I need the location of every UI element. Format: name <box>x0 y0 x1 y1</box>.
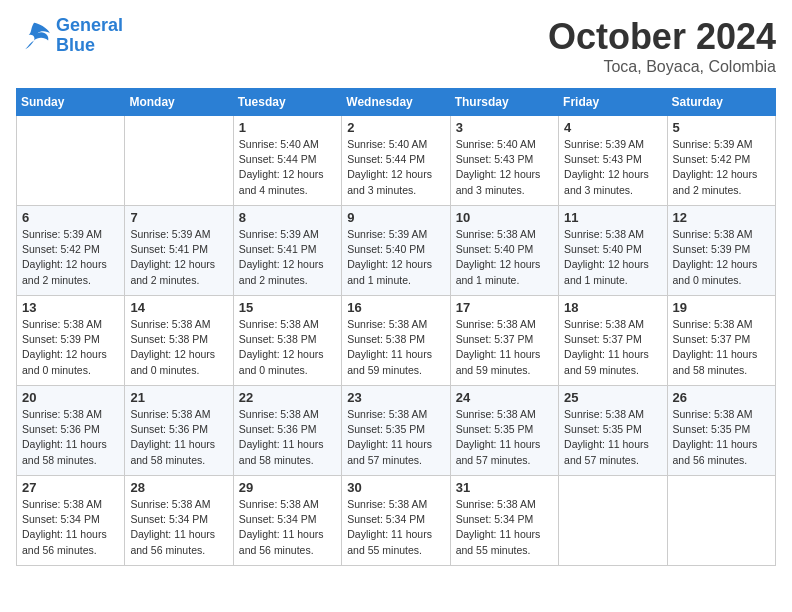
logo-icon <box>16 21 52 51</box>
calendar-cell: 22Sunrise: 5:38 AMSunset: 5:36 PMDayligh… <box>233 386 341 476</box>
calendar-week-row: 1Sunrise: 5:40 AMSunset: 5:44 PMDaylight… <box>17 116 776 206</box>
day-info: Sunrise: 5:38 AMSunset: 5:35 PMDaylight:… <box>564 407 661 468</box>
page-header: General Blue October 2024 Toca, Boyaca, … <box>16 16 776 76</box>
calendar-cell: 30Sunrise: 5:38 AMSunset: 5:34 PMDayligh… <box>342 476 450 566</box>
calendar-cell: 21Sunrise: 5:38 AMSunset: 5:36 PMDayligh… <box>125 386 233 476</box>
day-number: 27 <box>22 480 119 495</box>
day-info: Sunrise: 5:38 AMSunset: 5:39 PMDaylight:… <box>22 317 119 378</box>
day-info: Sunrise: 5:39 AMSunset: 5:43 PMDaylight:… <box>564 137 661 198</box>
day-info: Sunrise: 5:39 AMSunset: 5:42 PMDaylight:… <box>22 227 119 288</box>
day-info: Sunrise: 5:38 AMSunset: 5:34 PMDaylight:… <box>130 497 227 558</box>
calendar-cell: 11Sunrise: 5:38 AMSunset: 5:40 PMDayligh… <box>559 206 667 296</box>
day-info: Sunrise: 5:38 AMSunset: 5:36 PMDaylight:… <box>22 407 119 468</box>
logo-text: General Blue <box>56 16 123 56</box>
day-info: Sunrise: 5:38 AMSunset: 5:34 PMDaylight:… <box>456 497 553 558</box>
day-number: 11 <box>564 210 661 225</box>
day-number: 21 <box>130 390 227 405</box>
day-number: 17 <box>456 300 553 315</box>
day-number: 13 <box>22 300 119 315</box>
day-number: 10 <box>456 210 553 225</box>
logo: General Blue <box>16 16 123 56</box>
calendar-cell: 29Sunrise: 5:38 AMSunset: 5:34 PMDayligh… <box>233 476 341 566</box>
day-number: 23 <box>347 390 444 405</box>
day-info: Sunrise: 5:39 AMSunset: 5:41 PMDaylight:… <box>130 227 227 288</box>
calendar-cell: 13Sunrise: 5:38 AMSunset: 5:39 PMDayligh… <box>17 296 125 386</box>
day-number: 1 <box>239 120 336 135</box>
calendar-cell: 28Sunrise: 5:38 AMSunset: 5:34 PMDayligh… <box>125 476 233 566</box>
day-number: 29 <box>239 480 336 495</box>
day-info: Sunrise: 5:38 AMSunset: 5:38 PMDaylight:… <box>239 317 336 378</box>
day-number: 8 <box>239 210 336 225</box>
day-info: Sunrise: 5:39 AMSunset: 5:42 PMDaylight:… <box>673 137 770 198</box>
calendar-week-row: 27Sunrise: 5:38 AMSunset: 5:34 PMDayligh… <box>17 476 776 566</box>
day-number: 30 <box>347 480 444 495</box>
day-info: Sunrise: 5:40 AMSunset: 5:43 PMDaylight:… <box>456 137 553 198</box>
calendar-cell: 27Sunrise: 5:38 AMSunset: 5:34 PMDayligh… <box>17 476 125 566</box>
weekday-header: Tuesday <box>233 89 341 116</box>
calendar-cell: 23Sunrise: 5:38 AMSunset: 5:35 PMDayligh… <box>342 386 450 476</box>
calendar-cell: 9Sunrise: 5:39 AMSunset: 5:40 PMDaylight… <box>342 206 450 296</box>
calendar-cell: 12Sunrise: 5:38 AMSunset: 5:39 PMDayligh… <box>667 206 775 296</box>
calendar-cell: 6Sunrise: 5:39 AMSunset: 5:42 PMDaylight… <box>17 206 125 296</box>
weekday-header: Monday <box>125 89 233 116</box>
month-title: October 2024 <box>548 16 776 58</box>
day-info: Sunrise: 5:38 AMSunset: 5:40 PMDaylight:… <box>564 227 661 288</box>
calendar-cell: 3Sunrise: 5:40 AMSunset: 5:43 PMDaylight… <box>450 116 558 206</box>
day-info: Sunrise: 5:38 AMSunset: 5:36 PMDaylight:… <box>239 407 336 468</box>
calendar-cell: 8Sunrise: 5:39 AMSunset: 5:41 PMDaylight… <box>233 206 341 296</box>
calendar-table: SundayMondayTuesdayWednesdayThursdayFrid… <box>16 88 776 566</box>
calendar-cell: 17Sunrise: 5:38 AMSunset: 5:37 PMDayligh… <box>450 296 558 386</box>
calendar-cell: 20Sunrise: 5:38 AMSunset: 5:36 PMDayligh… <box>17 386 125 476</box>
calendar-cell: 4Sunrise: 5:39 AMSunset: 5:43 PMDaylight… <box>559 116 667 206</box>
day-info: Sunrise: 5:38 AMSunset: 5:37 PMDaylight:… <box>673 317 770 378</box>
calendar-cell: 18Sunrise: 5:38 AMSunset: 5:37 PMDayligh… <box>559 296 667 386</box>
day-number: 22 <box>239 390 336 405</box>
day-number: 2 <box>347 120 444 135</box>
day-number: 16 <box>347 300 444 315</box>
calendar-cell <box>667 476 775 566</box>
day-number: 25 <box>564 390 661 405</box>
day-number: 20 <box>22 390 119 405</box>
day-info: Sunrise: 5:38 AMSunset: 5:38 PMDaylight:… <box>347 317 444 378</box>
day-info: Sunrise: 5:40 AMSunset: 5:44 PMDaylight:… <box>347 137 444 198</box>
day-number: 3 <box>456 120 553 135</box>
calendar-week-row: 20Sunrise: 5:38 AMSunset: 5:36 PMDayligh… <box>17 386 776 476</box>
day-info: Sunrise: 5:38 AMSunset: 5:39 PMDaylight:… <box>673 227 770 288</box>
weekday-header: Friday <box>559 89 667 116</box>
calendar-cell: 19Sunrise: 5:38 AMSunset: 5:37 PMDayligh… <box>667 296 775 386</box>
day-info: Sunrise: 5:38 AMSunset: 5:35 PMDaylight:… <box>347 407 444 468</box>
location: Toca, Boyaca, Colombia <box>548 58 776 76</box>
day-info: Sunrise: 5:38 AMSunset: 5:34 PMDaylight:… <box>22 497 119 558</box>
calendar-week-row: 13Sunrise: 5:38 AMSunset: 5:39 PMDayligh… <box>17 296 776 386</box>
calendar-cell: 1Sunrise: 5:40 AMSunset: 5:44 PMDaylight… <box>233 116 341 206</box>
weekday-header: Wednesday <box>342 89 450 116</box>
day-number: 28 <box>130 480 227 495</box>
day-number: 6 <box>22 210 119 225</box>
calendar-cell: 24Sunrise: 5:38 AMSunset: 5:35 PMDayligh… <box>450 386 558 476</box>
calendar-cell: 26Sunrise: 5:38 AMSunset: 5:35 PMDayligh… <box>667 386 775 476</box>
calendar-cell: 10Sunrise: 5:38 AMSunset: 5:40 PMDayligh… <box>450 206 558 296</box>
calendar-cell: 7Sunrise: 5:39 AMSunset: 5:41 PMDaylight… <box>125 206 233 296</box>
day-info: Sunrise: 5:38 AMSunset: 5:38 PMDaylight:… <box>130 317 227 378</box>
day-number: 9 <box>347 210 444 225</box>
day-number: 12 <box>673 210 770 225</box>
weekday-header: Saturday <box>667 89 775 116</box>
day-info: Sunrise: 5:38 AMSunset: 5:37 PMDaylight:… <box>564 317 661 378</box>
day-number: 18 <box>564 300 661 315</box>
day-info: Sunrise: 5:38 AMSunset: 5:35 PMDaylight:… <box>456 407 553 468</box>
calendar-cell <box>125 116 233 206</box>
calendar-header-row: SundayMondayTuesdayWednesdayThursdayFrid… <box>17 89 776 116</box>
calendar-cell: 14Sunrise: 5:38 AMSunset: 5:38 PMDayligh… <box>125 296 233 386</box>
calendar-cell: 5Sunrise: 5:39 AMSunset: 5:42 PMDaylight… <box>667 116 775 206</box>
day-info: Sunrise: 5:39 AMSunset: 5:41 PMDaylight:… <box>239 227 336 288</box>
weekday-header: Sunday <box>17 89 125 116</box>
day-number: 15 <box>239 300 336 315</box>
weekday-header: Thursday <box>450 89 558 116</box>
calendar-cell: 15Sunrise: 5:38 AMSunset: 5:38 PMDayligh… <box>233 296 341 386</box>
calendar-cell: 25Sunrise: 5:38 AMSunset: 5:35 PMDayligh… <box>559 386 667 476</box>
title-block: October 2024 Toca, Boyaca, Colombia <box>548 16 776 76</box>
day-number: 7 <box>130 210 227 225</box>
calendar-week-row: 6Sunrise: 5:39 AMSunset: 5:42 PMDaylight… <box>17 206 776 296</box>
day-info: Sunrise: 5:38 AMSunset: 5:35 PMDaylight:… <box>673 407 770 468</box>
day-info: Sunrise: 5:38 AMSunset: 5:34 PMDaylight:… <box>239 497 336 558</box>
